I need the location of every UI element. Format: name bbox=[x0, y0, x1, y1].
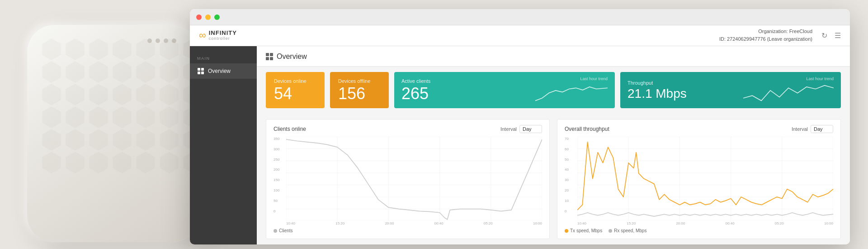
sidebar-item-label-overview: Overview bbox=[208, 68, 231, 74]
y-label-0: 0 bbox=[274, 209, 286, 213]
throughput-value: 21.1 Mbps bbox=[627, 87, 687, 100]
svg-rect-0 bbox=[198, 68, 200, 71]
brand-text: INFINITY controller bbox=[209, 30, 237, 41]
legend-label-clients: Clients bbox=[279, 228, 293, 233]
devices-offline-label: Devices offline bbox=[338, 78, 381, 84]
tp-x-0040: 00:40 bbox=[726, 221, 735, 225]
throughput-interval-control: Interval Day Hour Week bbox=[792, 125, 833, 133]
svg-rect-2 bbox=[198, 72, 200, 74]
sidebar-item-overview[interactable]: Overview bbox=[190, 63, 257, 79]
tp-y-0: 0 bbox=[565, 209, 577, 213]
throughput-chart-legend: Tx speed, Mbps Rx speed, Mbps bbox=[565, 225, 833, 233]
tp-x-1520: 15:20 bbox=[627, 221, 636, 225]
devices-online-value: 54 bbox=[274, 86, 316, 102]
legend-dot-tx bbox=[565, 229, 568, 233]
y-label-300: 300 bbox=[274, 147, 286, 151]
throughput-trend-label: Last hour trend bbox=[806, 77, 834, 81]
app-window: ∞ INFINITY controller Organization: Free… bbox=[190, 9, 850, 244]
page-header: Overview bbox=[257, 46, 850, 66]
throughput-interval-label: Interval bbox=[792, 126, 808, 132]
throughput-chart-container: Overall throughput Interval Day Hour Wee… bbox=[557, 119, 841, 239]
legend-rx: Rx speed, Mbps bbox=[609, 228, 646, 233]
stat-card-devices-online: Devices online 54 bbox=[266, 72, 325, 108]
throughput-svg bbox=[577, 137, 833, 220]
tp-y-20: 20 bbox=[565, 188, 577, 192]
devices-online-label: Devices online bbox=[274, 78, 316, 84]
tp-x-2000: 20:00 bbox=[676, 221, 685, 225]
logo-area: ∞ INFINITY controller bbox=[199, 29, 237, 41]
legend-dot-rx bbox=[609, 229, 612, 233]
x-label-0520: 05:20 bbox=[484, 221, 493, 225]
clients-interval-select[interactable]: Day Hour Week bbox=[519, 125, 542, 133]
overview-icon bbox=[197, 67, 204, 75]
tp-y-30: 30 bbox=[565, 178, 577, 182]
x-label-1000: 10:00 bbox=[533, 221, 542, 225]
brand-name: INFINITY bbox=[209, 30, 237, 36]
x-label-1520: 15:20 bbox=[335, 221, 344, 225]
throughput-chart-title: Overall throughput bbox=[565, 126, 609, 132]
page-icon bbox=[266, 53, 273, 60]
x-label-0040: 00:40 bbox=[434, 221, 443, 225]
stat-card-devices-offline: Devices offline 156 bbox=[330, 72, 389, 108]
charts-section: Clients online Interval Day Hour Week bbox=[257, 114, 850, 244]
clients-online-chart-header: Clients online Interval Day Hour Week bbox=[274, 125, 542, 133]
active-clients-chart: Last hour trend bbox=[439, 77, 608, 104]
minimize-button[interactable] bbox=[205, 14, 211, 20]
x-label-2000: 20:00 bbox=[385, 221, 394, 225]
legend-label-rx: Rx speed, Mbps bbox=[614, 228, 646, 233]
tp-y-60: 60 bbox=[565, 147, 577, 151]
device-indicators bbox=[147, 38, 176, 43]
stat-cards: Devices online 54 Devices offline 156 Ac… bbox=[257, 67, 850, 114]
maximize-button[interactable] bbox=[214, 14, 220, 20]
brand-sub: controller bbox=[209, 37, 237, 41]
clients-svg bbox=[286, 137, 542, 220]
clients-interval-label: Interval bbox=[500, 126, 517, 132]
clients-online-chart: Clients online Interval Day Hour Week bbox=[266, 119, 550, 239]
legend-label-tx: Tx speed, Mbps bbox=[570, 228, 602, 233]
stat-card-throughput: Throughput 21.1 Mbps Last hour trend bbox=[620, 72, 841, 108]
tp-y-70: 70 bbox=[565, 137, 577, 141]
org-info: Organization: FreeCloud ID: 272406299477… bbox=[719, 28, 812, 43]
org-name: Organization: FreeCloud bbox=[719, 28, 812, 36]
svg-rect-3 bbox=[201, 72, 204, 74]
x-label-1040: 10:40 bbox=[286, 221, 295, 225]
legend-clients: Clients bbox=[274, 228, 293, 233]
throughput-interval-select[interactable]: Day Hour Week bbox=[811, 125, 833, 133]
main-header-wrap: Overview bbox=[257, 46, 850, 67]
y-label-350: 350 bbox=[274, 137, 286, 141]
header-actions: ↻ ☰ bbox=[821, 31, 841, 40]
menu-icon[interactable]: ☰ bbox=[835, 31, 841, 40]
legend-dot-clients bbox=[274, 229, 277, 233]
tp-x-1000: 10:00 bbox=[824, 221, 833, 225]
y-label-50: 50 bbox=[274, 199, 286, 203]
active-clients-label: Active clients bbox=[401, 78, 430, 84]
sidebar: MAIN Overview bbox=[190, 46, 257, 244]
legend-tx: Tx speed, Mbps bbox=[565, 228, 602, 233]
sidebar-section-label: MAIN bbox=[190, 52, 257, 63]
stat-card-active-clients: Active clients 265 Last hour trend bbox=[394, 72, 615, 108]
y-label-150: 150 bbox=[274, 178, 286, 182]
org-id: ID: 27240629947776 (Leave organization) bbox=[719, 35, 812, 43]
active-clients-trend-label: Last hour trend bbox=[580, 77, 608, 81]
app-body: MAIN Overview bbox=[190, 46, 850, 244]
tp-x-0520: 05:20 bbox=[775, 221, 784, 225]
y-label-100: 100 bbox=[274, 188, 286, 192]
titlebar bbox=[190, 9, 850, 25]
active-clients-value: 265 bbox=[401, 86, 430, 102]
devices-offline-value: 156 bbox=[338, 86, 381, 102]
tp-y-10: 10 bbox=[565, 199, 577, 203]
page-title: Overview bbox=[277, 53, 307, 61]
refresh-icon[interactable]: ↻ bbox=[821, 31, 827, 40]
clients-chart-legend: Clients bbox=[274, 225, 542, 233]
throughput-chart-header: Overall throughput Interval Day Hour Wee… bbox=[565, 125, 833, 133]
throughput-chart: Last hour trend bbox=[696, 77, 834, 104]
tp-y-40: 40 bbox=[565, 168, 577, 172]
y-label-250: 250 bbox=[274, 158, 286, 162]
main-content: Overview Devices online 54 Devices offli… bbox=[257, 46, 850, 244]
header-bar: ∞ INFINITY controller Organization: Free… bbox=[190, 25, 850, 46]
tp-x-1040: 10:40 bbox=[577, 221, 586, 225]
y-label-200: 200 bbox=[274, 168, 286, 172]
clients-online-chart-title: Clients online bbox=[274, 126, 306, 132]
throughput-label: Throughput bbox=[627, 80, 687, 86]
close-button[interactable] bbox=[196, 14, 202, 20]
